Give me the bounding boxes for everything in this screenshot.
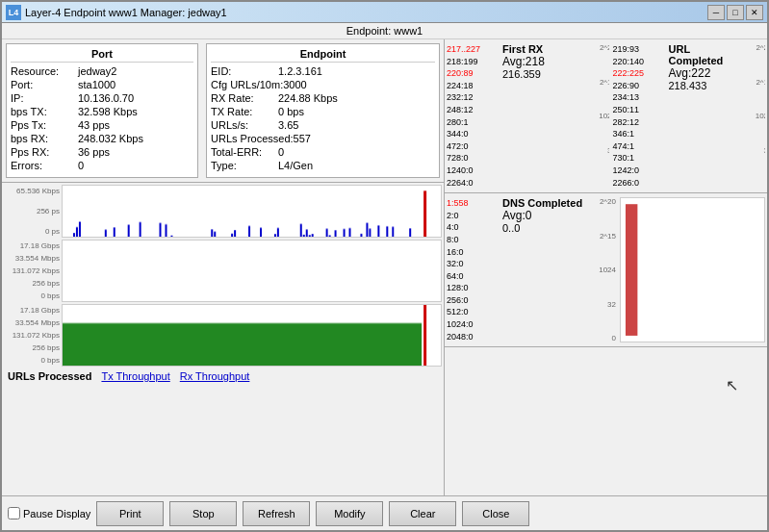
minimize-button[interactable]: ─: [707, 5, 725, 20]
ep-row-tx-rate: TX Rate: 0 bps: [211, 106, 435, 117]
rx-chart-row: 17.18 Gbps 33.554 Mbps 131.072 Kbps 256 …: [4, 304, 442, 367]
port-row-pps-rx: Pps RX: 36 pps: [11, 146, 193, 158]
port-row-bps-rx: bps RX: 248.032 Kbps: [11, 133, 193, 144]
tab-rx-throughput[interactable]: Rx Throughput: [180, 370, 250, 382]
restore-button[interactable]: □: [727, 5, 744, 20]
url-completed-title: URL Completed: [669, 43, 746, 66]
ep-row-rx-rate: RX Rate: 224.88 Kbps: [211, 92, 435, 104]
endpoint-panel-title: Endpoint: [211, 48, 435, 63]
urls-chart-canvas: [63, 186, 441, 237]
pause-display-container: Pause Display: [8, 507, 90, 519]
app-icon: L4: [6, 5, 21, 20]
tx-chart: [62, 240, 442, 302]
main-content: Port Resource: jedway2 Port: sta1000 IP:…: [2, 39, 767, 495]
port-row-resource: Resource: jedway2: [11, 65, 193, 77]
chart-tabs: URLs Processed Tx Throughput Rx Throughp…: [4, 368, 442, 384]
pause-display-label[interactable]: Pause Display: [23, 508, 90, 519]
print-button[interactable]: Print: [96, 501, 164, 526]
urls-chart: [62, 185, 442, 238]
right-panel: 217..227 218:199 220:89 224:18 232:12 24…: [445, 39, 767, 495]
cursor-area: ↖: [445, 347, 767, 495]
endpoint-title: Endpoint: www1: [2, 23, 767, 39]
urls-chart-row: 65.536 Kbps 256 ps 0 ps: [4, 185, 442, 238]
port-row-ip: IP: 10.136.0.70: [11, 92, 193, 104]
first-rx-title: First RX: [502, 43, 589, 55]
info-panels: Port Resource: jedway2 Port: sta1000 IP:…: [2, 39, 444, 183]
dns-section: 1:558 2:0 4:0 8:0 16:0 32:0 64:0 128:0 2…: [445, 193, 767, 347]
url-completed-stats: URL Completed Avg:222 218.433: [669, 43, 746, 189]
charts-area: 65.536 Kbps 256 ps 0 ps 17.18 Gbps 33.55…: [2, 183, 444, 495]
ep-row-cfg-urls: Cfg URLs/10m: 3000: [211, 79, 435, 90]
tx-chart-row: 17.18 Gbps 33.554 Mbps 131.072 Kbps 256 …: [4, 240, 442, 302]
ep-row-eid: EID: 1.2.3.161: [211, 65, 435, 77]
window-title: Layer-4 Endpoint www1 Manager: jedway1: [25, 7, 707, 18]
dns-sub: 0..0: [502, 222, 589, 234]
dns-stats: DNS Completed Avg:0 0..0: [502, 197, 589, 342]
port-row-errors: Errors: 0: [11, 160, 193, 171]
dns-svg: [621, 198, 764, 342]
bottom-bar: Pause Display Print Stop Refresh Modify …: [2, 495, 767, 530]
url-completed-sub: 218.433: [669, 80, 746, 91]
port-row-bps-tx: bps TX: 32.598 Kbps: [11, 106, 193, 117]
stop-button[interactable]: Stop: [169, 501, 237, 526]
svg-rect-16: [626, 204, 637, 336]
stats-top-section: 217..227 218:199 220:89 224:18 232:12 24…: [445, 39, 767, 193]
dns-bar-chart: 2^20 2^15 1024 32 0: [589, 197, 765, 342]
clear-button[interactable]: Clear: [389, 501, 456, 526]
left-panel: Port Resource: jedway2 Port: sta1000 IP:…: [2, 39, 445, 495]
ep-row-total-err: Total-ERR: 0: [211, 146, 435, 158]
main-window: L4 Layer-4 Endpoint www1 Manager: jedway…: [0, 0, 769, 532]
pause-display-checkbox[interactable]: [8, 507, 20, 519]
close-button-bottom[interactable]: Close: [462, 501, 529, 526]
ep-row-urls-s: URLs/s: 3.65: [211, 119, 435, 131]
url-completed-latency-list: 219:93 220:140 222:225 226:90 234:13 250…: [613, 43, 669, 189]
title-bar: L4 Layer-4 Endpoint www1 Manager: jedway…: [2, 2, 767, 23]
endpoint-info-panel: Endpoint EID: 1.2.3.161 Cfg URLs/10m: 30…: [206, 43, 440, 178]
ep-row-type: Type: L4/Gen: [211, 160, 435, 171]
tab-urls-processed[interactable]: URLs Processed: [8, 370, 91, 382]
port-row-pps-tx: Pps Tx: 43 pps: [11, 119, 193, 131]
first-rx-avg: Avg:218: [502, 55, 589, 68]
tx-y-axis: 17.18 Gbps 33.554 Mbps 131.072 Kbps 256 …: [4, 240, 62, 302]
dns-title: DNS Completed: [502, 197, 589, 209]
rx-y-axis: 17.18 Gbps 33.554 Mbps 131.072 Kbps 256 …: [4, 304, 62, 367]
url-completed-avg: Avg:222: [669, 66, 746, 80]
port-row-port: Port: sta1000: [11, 79, 193, 90]
close-button[interactable]: ✕: [746, 5, 763, 20]
first-rx-latency-list: 217..227 218:199 220:89 224:18 232:12 24…: [447, 43, 502, 189]
first-rx-bar-chart: 2^20 2^15 1024 32 0: [589, 43, 609, 189]
rx-chart: [62, 304, 442, 367]
window-controls: ─ □ ✕: [707, 5, 763, 20]
first-rx-stats: First RX Avg:218 216.359: [502, 43, 589, 189]
modify-button[interactable]: Modify: [316, 501, 383, 526]
dns-latency-list: 1:558 2:0 4:0 8:0 16:0 32:0 64:0 128:0 2…: [447, 197, 502, 342]
cursor-icon: ↖: [726, 376, 738, 394]
port-panel: Port Resource: jedway2 Port: sta1000 IP:…: [6, 43, 198, 178]
urls-y-axis: 65.536 Kbps 256 ps 0 ps: [4, 185, 62, 238]
tab-tx-throughput[interactable]: Tx Throughput: [101, 370, 169, 382]
rx-chart-canvas: [63, 305, 441, 366]
tx-chart-canvas: [63, 241, 441, 301]
refresh-button[interactable]: Refresh: [243, 501, 310, 526]
first-rx-sub: 216.359: [502, 68, 589, 80]
ep-row-urls-processed: URLs Processed: 557: [211, 133, 435, 144]
port-panel-title: Port: [11, 48, 193, 63]
dns-avg: Avg:0: [502, 209, 589, 222]
url-completed-bar-chart: 2^20 2^15 1024 32 0: [746, 43, 766, 189]
